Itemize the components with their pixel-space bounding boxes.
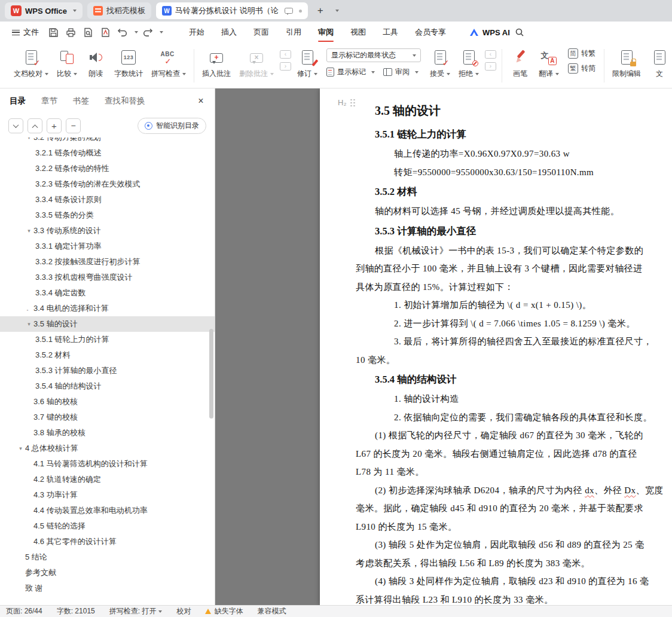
toc-item[interactable]: 3.5.3 计算轴的最小直径: [0, 363, 215, 378]
print-preview-icon[interactable]: [80, 25, 96, 39]
toc-item[interactable]: ▾4 总体校核计算: [0, 441, 215, 456]
next-change-icon[interactable]: [485, 62, 496, 71]
wps-office-home-tab[interactable]: WPS Office: [5, 2, 83, 19]
redo-dropdown-icon[interactable]: [160, 31, 163, 33]
next-comment-icon[interactable]: [280, 62, 291, 71]
save-icon[interactable]: [45, 25, 61, 39]
accept-change-button[interactable]: 接受: [426, 46, 454, 82]
new-tab-button[interactable]: [313, 3, 328, 19]
toc-item[interactable]: 3.3.2 按接触强度进行初步计算: [0, 254, 215, 270]
ink-brush-button[interactable]: 画笔: [506, 46, 534, 82]
doc-proofing-button[interactable]: 文档校对: [10, 46, 53, 82]
undo-icon[interactable]: [115, 25, 130, 39]
toc-item[interactable]: 3.2.3 链条传动的潜在失效模式: [0, 176, 215, 192]
toc-item[interactable]: ▾3.5 轴的设计: [0, 316, 215, 332]
toc-item[interactable]: 3.2.1 链条传动概述: [0, 145, 215, 161]
word-count-button[interactable]: 字数统计: [110, 46, 147, 82]
sidebar-scrollbar[interactable]: [209, 138, 213, 603]
toc-item[interactable]: ▾3.2 传动方案的规划: [0, 138, 215, 145]
tab-home[interactable]: 开始: [181, 22, 213, 42]
markup-state-dropdown[interactable]: 显示标记的最终状态: [326, 48, 421, 62]
toc-item[interactable]: 4.4 传动装置总效率和电动机功率: [0, 503, 215, 518]
toc-item[interactable]: 4.5 链轮的选择: [0, 518, 215, 534]
file-menu[interactable]: 文件: [7, 24, 44, 41]
track-changes-button[interactable]: 修订: [293, 46, 322, 82]
docer-template-tab[interactable]: 找稻壳模板: [87, 2, 151, 19]
previous-change-icon[interactable]: [485, 50, 496, 59]
toc-font-increase-button[interactable]: [47, 118, 62, 133]
reject-change-button[interactable]: 拒绝: [454, 46, 483, 82]
heading-anchor-control[interactable]: H₂: [338, 98, 355, 107]
compare-button[interactable]: 比较: [53, 46, 81, 82]
toc-collapse-all-button[interactable]: [28, 118, 42, 133]
tab-view[interactable]: 视图: [342, 22, 374, 42]
toc-item[interactable]: 3.3.3 按机齿根弯曲强度设计: [0, 270, 215, 285]
tab-reference[interactable]: 引用: [277, 22, 310, 42]
toc-item[interactable]: 5 结论: [0, 549, 215, 565]
toc-item[interactable]: 3.5.1 链轮上力的计算: [0, 332, 215, 347]
toc-collapse-icon[interactable]: ▾: [16, 445, 25, 451]
read-aloud-button[interactable]: 朗读: [81, 46, 110, 82]
toc-item[interactable]: 3.5.4 轴的结构设计: [0, 378, 215, 394]
sidebar-tab-find-replace[interactable]: 查找和替换: [105, 96, 145, 106]
wps-ai-button[interactable]: WPS AI: [469, 28, 510, 37]
toc-item[interactable]: ▾3.3 传动系统的设计: [0, 223, 215, 239]
toc-item[interactable]: 4.2 轨道转速的确定: [0, 472, 215, 487]
tab-list-chevron-icon[interactable]: [335, 10, 339, 12]
toc-collapse-icon[interactable]: ▾: [25, 138, 33, 140]
toc-item[interactable]: 4.1 马铃薯筛选机构的设计和计算: [0, 456, 215, 472]
to-simplified-button[interactable]: 繁 转简: [568, 63, 595, 74]
close-sidebar-icon[interactable]: [196, 96, 206, 106]
toc-expand-all-button[interactable]: [8, 118, 23, 133]
tab-insert[interactable]: 插入: [213, 22, 245, 42]
toc-item[interactable]: 3.8 轴承的校核: [0, 425, 215, 441]
show-markup-button[interactable]: 显示标记: [326, 67, 375, 77]
page-indicator[interactable]: 页面: 26/44: [6, 606, 42, 616]
toc-item[interactable]: 参考文献: [0, 565, 215, 581]
proofread-button[interactable]: 校对: [176, 606, 191, 616]
output-pdf-icon[interactable]: [97, 25, 113, 39]
toc-item[interactable]: 3.3.5 链条的分类: [0, 207, 215, 223]
missing-font-warning[interactable]: 缺失字体: [205, 606, 243, 616]
smart-toc-button[interactable]: 智能识别目录: [138, 118, 206, 134]
toc-item[interactable]: 3.7 键的校核: [0, 410, 215, 425]
drag-handle-icon[interactable]: [350, 99, 355, 107]
tab-tools[interactable]: 工具: [374, 22, 407, 42]
scrollbar-thumb[interactable]: [209, 329, 213, 419]
insert-comment-button[interactable]: 插入批注: [198, 46, 235, 82]
toc-item[interactable]: 3.6 轴的校核: [0, 394, 215, 410]
toc-item[interactable]: 3.3.4 确定齿数: [0, 285, 215, 301]
undo-dropdown-icon[interactable]: [135, 31, 138, 33]
delete-comment-button[interactable]: 删除批注: [235, 46, 278, 82]
print-icon[interactable]: [63, 25, 78, 39]
spellcheck-indicator[interactable]: 拼写检查: 打开: [109, 606, 163, 616]
toc-item[interactable]: 致 谢: [0, 581, 215, 596]
toc-font-decrease-button[interactable]: [66, 118, 81, 133]
document-page[interactable]: 3.5 轴的设计3.5.1 链轮上力的计算轴上传递的功率=X0.96X0.97X…: [320, 88, 672, 605]
compat-mode-indicator[interactable]: 兼容模式: [257, 606, 286, 616]
tab-review[interactable]: 审阅: [310, 22, 342, 42]
tab-member[interactable]: 会员专享: [407, 22, 454, 42]
toc-item[interactable]: 3.5.2 材料: [0, 347, 215, 363]
word-count-indicator[interactable]: 字数: 21015: [57, 606, 95, 616]
redo-icon[interactable]: [140, 25, 155, 39]
search-icon[interactable]: [512, 25, 527, 39]
clipped-ribbon-button[interactable]: 文: [645, 46, 672, 82]
toc-item[interactable]: 3.3.4 链条设计原则: [0, 192, 215, 207]
translate-button[interactable]: 翻译: [534, 46, 563, 82]
toc-item[interactable]: 3.2.2 链条传动的特性: [0, 161, 215, 176]
document-tab-active[interactable]: 马铃薯分拣机设计 说明书（论: [156, 2, 308, 19]
sidebar-tab-chapters[interactable]: 章节: [41, 96, 57, 106]
to-traditional-button[interactable]: 简 转繁: [568, 48, 595, 59]
restrict-edit-button[interactable]: 限制编辑: [608, 46, 645, 82]
toc-item[interactable]: 。3.4 电机的选择和计算: [0, 301, 215, 316]
sidebar-tab-bookmarks[interactable]: 书签: [73, 96, 89, 106]
toc-collapse-icon[interactable]: ▾: [25, 321, 33, 327]
toc-item[interactable]: 4.6 其它零件的设计计算: [0, 534, 215, 549]
toc-item[interactable]: 3.3.1 确定计算功率: [0, 239, 215, 254]
sidebar-tab-toc[interactable]: 目录: [10, 96, 26, 106]
review-pane-button[interactable]: 审阅: [383, 67, 419, 77]
toc-collapse-icon[interactable]: ▾: [25, 228, 33, 234]
toc-item[interactable]: 4.3 功率计算: [0, 487, 215, 503]
spell-check-button[interactable]: 拼写检查: [147, 46, 190, 82]
